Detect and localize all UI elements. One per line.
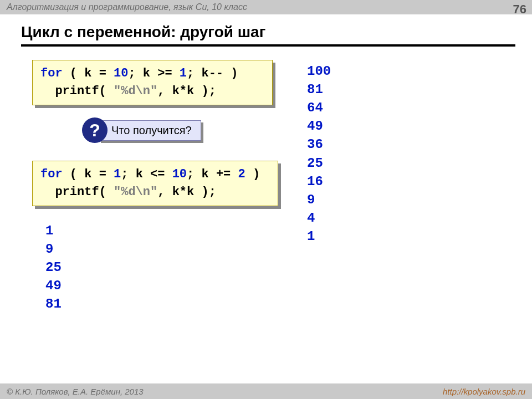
question-mark-icon: ?	[82, 117, 108, 143]
footer-bar: © К.Ю. Поляков, Е.А. Ерёмин, 2013 http:/…	[0, 383, 532, 399]
page-title: Цикл с переменной: другой шаг	[21, 23, 515, 41]
code2-for: for	[40, 167, 63, 181]
question-callout: ? Что получится?	[82, 117, 201, 143]
question-text: Что получится?	[99, 120, 201, 141]
page-number: 76	[513, 2, 526, 17]
code-block-1: for ( k = 10; k >= 1; k-- ) printf( "%d\…	[32, 60, 273, 105]
code-block-2: for ( k = 1; k <= 10; k += 2 ) printf( "…	[32, 161, 278, 206]
output-right: 100 81 64 49 36 25 16 9 4 1	[307, 62, 331, 245]
footer-authors: © К.Ю. Поляков, Е.А. Ерёмин, 2013	[7, 387, 144, 396]
code1-for: for	[40, 66, 63, 80]
output-left: 1 9 25 49 81	[45, 222, 62, 314]
title-area: Цикл с переменной: другой шаг	[21, 23, 515, 47]
header-subject: Алгоритмизация и программирование, язык …	[7, 2, 247, 12]
footer-url: http://kpolyakov.spb.ru	[443, 387, 525, 396]
header-bar: Алгоритмизация и программирование, язык …	[0, 0, 532, 14]
